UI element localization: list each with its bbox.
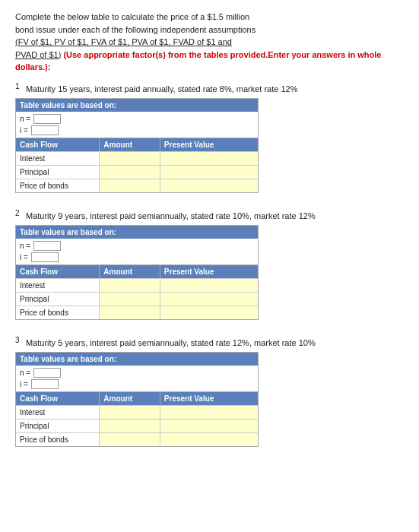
intro-line2: bond issue under each of the following i… — [15, 25, 256, 34]
problem-3: 3 Maturity 5 years, interest paid semian… — [15, 338, 404, 447]
table-row: Price of bonds — [16, 179, 258, 192]
problem-2-i-label: i = — [20, 253, 28, 261]
problem-1-col-cashflow: Cash Flow — [16, 138, 99, 151]
problem-2-n-input[interactable] — [33, 241, 61, 251]
problem-2-n-label: n = — [20, 242, 30, 250]
problem-1-row1-pv[interactable] — [160, 152, 258, 165]
problem-1-col-amount: Amount — [99, 138, 160, 151]
table-row: Principal — [16, 419, 258, 432]
problem-1-row1-amount[interactable] — [99, 152, 160, 165]
problem-1-row2-amount[interactable] — [99, 166, 160, 179]
table-row: Principal — [16, 165, 258, 179]
problem-1-row3-pv[interactable] — [160, 179, 258, 192]
problem-1-col-headers: Cash Flow Amount Present Value — [16, 138, 258, 151]
problem-3-table-header: Table values are based on: — [16, 353, 258, 366]
problem-2-row1-label: Interest — [16, 279, 99, 292]
problem-3-row1-amount[interactable] — [99, 406, 160, 419]
problem-3-row3-pv[interactable] — [160, 433, 258, 446]
problem-3-meta: n = i = — [16, 366, 258, 391]
problem-1-i-label: i = — [20, 126, 28, 135]
table-row: Price of bonds — [16, 432, 258, 446]
problem-2-col-pv: Present Value — [160, 265, 258, 278]
problem-3-row1-pv[interactable] — [160, 406, 258, 419]
problem-3-row1-label: Interest — [16, 406, 99, 419]
problem-2-row1-amount[interactable] — [99, 279, 160, 292]
intro-links: (FV of $1, PV of $1, FVA of $1, PVA of $… — [15, 37, 232, 46]
problem-2-row3-label: Price of bonds — [16, 306, 99, 319]
problem-3-number: 3 — [15, 336, 23, 344]
problem-1-n-row: n = — [20, 114, 254, 124]
problem-3-row2-label: Principal — [16, 420, 99, 432]
problem-1-description: Maturity 15 years, interest paid annuall… — [26, 84, 297, 93]
problem-1-row3-label: Price of bonds — [16, 179, 99, 192]
problem-3-row2-amount[interactable] — [99, 420, 160, 432]
problem-1-i-row: i = — [20, 125, 254, 135]
problem-1-table: Table values are based on: n = i = Cash … — [15, 98, 259, 193]
problem-3-col-cashflow: Cash Flow — [16, 392, 99, 405]
problem-2-label: 2 Maturity 9 years, interest paid semian… — [15, 211, 404, 220]
problem-2-row1-pv[interactable] — [160, 279, 258, 292]
problem-3-table: Table values are based on: n = i = Cash … — [15, 352, 259, 447]
problem-3-n-input[interactable] — [33, 368, 61, 378]
problem-2-description: Maturity 9 years, interest paid semiannu… — [26, 211, 316, 220]
problem-1-i-input[interactable] — [31, 125, 59, 135]
problem-2-row3-amount[interactable] — [99, 306, 160, 319]
problem-1-row2-pv[interactable] — [160, 166, 258, 179]
problem-3-row2-pv[interactable] — [160, 420, 258, 432]
problem-3-i-input[interactable] — [31, 379, 59, 389]
table-row: Price of bonds — [16, 306, 258, 319]
intro-links2: PVAD of $1) — [15, 50, 61, 59]
problem-3-n-label: n = — [20, 369, 30, 377]
problem-3-description: Maturity 5 years, interest paid semiannu… — [26, 338, 316, 347]
problem-3-col-amount: Amount — [99, 392, 160, 405]
intro-line1: Complete the below table to calculate th… — [15, 12, 249, 21]
problem-3-row3-amount[interactable] — [99, 433, 160, 446]
problem-1: 1 Maturity 15 years, interest paid annua… — [15, 84, 404, 193]
problem-1-row1-label: Interest — [16, 152, 99, 165]
problem-3-row3-label: Price of bonds — [16, 433, 99, 446]
problem-2-col-amount: Amount — [99, 265, 160, 278]
problem-2-col-cashflow: Cash Flow — [16, 265, 99, 278]
problem-2-row2-pv[interactable] — [160, 293, 258, 306]
problem-3-col-headers: Cash Flow Amount Present Value — [16, 391, 258, 405]
problem-1-n-input[interactable] — [33, 114, 61, 124]
problem-1-label: 1 Maturity 15 years, interest paid annua… — [15, 84, 404, 93]
problem-2-table: Table values are based on: n = i = Cash … — [15, 225, 259, 320]
problem-1-row2-label: Principal — [16, 166, 99, 179]
problem-2-row2-amount[interactable] — [99, 293, 160, 306]
problem-1-col-pv: Present Value — [160, 138, 258, 151]
problem-3-col-pv: Present Value — [160, 392, 258, 405]
problem-1-meta: n = i = — [16, 112, 258, 138]
intro-instruction: (Use appropriate factor(s) from the tabl… — [15, 50, 381, 72]
problem-2-n-row: n = — [20, 241, 254, 251]
problem-2-number: 2 — [15, 209, 23, 217]
problem-2-i-row: i = — [20, 252, 254, 262]
problem-2-row3-pv[interactable] — [160, 306, 258, 319]
intro-paragraph: Complete the below table to calculate th… — [15, 11, 404, 74]
problem-2-meta: n = i = — [16, 239, 258, 264]
problem-3-n-row: n = — [20, 368, 254, 378]
table-row: Interest — [16, 151, 258, 165]
problem-1-n-label: n = — [20, 115, 30, 123]
problem-2: 2 Maturity 9 years, interest paid semian… — [15, 211, 404, 320]
problem-2-col-headers: Cash Flow Amount Present Value — [16, 264, 258, 278]
table-row: Interest — [16, 405, 258, 419]
problem-2-row2-label: Principal — [16, 293, 99, 306]
problem-2-table-header: Table values are based on: — [16, 226, 258, 239]
problem-3-i-label: i = — [20, 380, 28, 388]
problem-1-number: 1 — [15, 82, 23, 90]
table-row: Principal — [16, 292, 258, 306]
problem-1-table-header: Table values are based on: — [16, 99, 258, 112]
problem-1-row3-amount[interactable] — [99, 179, 160, 192]
problem-3-label: 3 Maturity 5 years, interest paid semian… — [15, 338, 404, 347]
table-row: Interest — [16, 278, 258, 292]
problem-2-i-input[interactable] — [31, 252, 59, 262]
problem-3-i-row: i = — [20, 379, 254, 389]
